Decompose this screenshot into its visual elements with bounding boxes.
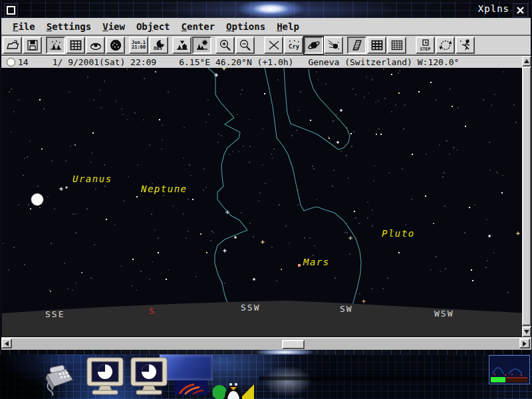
grid-coarse-button[interactable] bbox=[367, 37, 386, 54]
horizontal-scroll-thumb[interactable] bbox=[282, 340, 305, 349]
globe-view-button[interactable] bbox=[106, 37, 125, 54]
tux-icon[interactable] bbox=[213, 380, 254, 399]
time-step-button[interactable]: STEP bbox=[416, 37, 435, 54]
horizontal-scrollbar[interactable] bbox=[1, 337, 531, 350]
faint-star bbox=[352, 146, 352, 147]
menu-item-center[interactable]: Center bbox=[182, 21, 215, 32]
save-button[interactable] bbox=[23, 37, 42, 54]
menu-item-options[interactable]: Options bbox=[226, 21, 265, 32]
close-button[interactable] bbox=[513, 3, 528, 17]
faint-star bbox=[96, 189, 96, 190]
faint-star bbox=[487, 261, 488, 261]
faint-star bbox=[486, 267, 487, 268]
realtime-run-button[interactable] bbox=[456, 37, 475, 54]
faint-star bbox=[353, 89, 354, 90]
faint-star bbox=[259, 201, 259, 201]
claw-window-icon[interactable] bbox=[174, 380, 207, 398]
faint-star bbox=[503, 72, 504, 72]
vertical-scroll-thumb[interactable] bbox=[522, 66, 531, 326]
desktop bbox=[0, 354, 532, 399]
faint-star bbox=[317, 72, 317, 72]
faint-star bbox=[347, 233, 348, 233]
constellation-boundary-line-3 bbox=[284, 68, 350, 150]
faint-star bbox=[168, 92, 169, 92]
faint-star bbox=[364, 97, 365, 98]
faint-star bbox=[155, 71, 156, 72]
sky-map[interactable]: SSESSSWSWWSWUranusNeptunePlutoMars bbox=[2, 68, 522, 336]
bright-star bbox=[166, 279, 167, 280]
cross-marker-button[interactable] bbox=[264, 37, 283, 54]
svg-text:STEP: STEP bbox=[420, 47, 430, 52]
phone-icon[interactable] bbox=[42, 360, 78, 399]
faint-star bbox=[388, 278, 388, 279]
faint-star bbox=[497, 173, 498, 174]
observer-button[interactable]: OBS bbox=[149, 37, 168, 54]
bright-star bbox=[430, 82, 432, 83]
monitor-icon-2[interactable] bbox=[128, 356, 170, 399]
cycle-button[interactable] bbox=[436, 37, 455, 54]
bright-star bbox=[200, 233, 201, 235]
faint-star bbox=[91, 278, 92, 279]
planets-button[interactable] bbox=[304, 37, 323, 54]
zoom-out-button[interactable] bbox=[235, 37, 255, 54]
status-coordinates: 6.15°E 46.20°N (+1.0h) bbox=[179, 57, 293, 67]
scroll-right-button[interactable] bbox=[519, 338, 530, 348]
system-monitor-widget[interactable] bbox=[489, 355, 530, 387]
mars-dot[interactable] bbox=[298, 264, 301, 267]
landscape-sun-button[interactable] bbox=[192, 37, 211, 54]
bright-star bbox=[206, 252, 207, 253]
faint-star bbox=[188, 231, 189, 232]
faint-star bbox=[38, 186, 39, 187]
faint-star bbox=[173, 206, 174, 207]
scroll-down-button[interactable] bbox=[522, 327, 531, 337]
faint-star bbox=[219, 134, 219, 135]
faint-star bbox=[144, 78, 145, 79]
window-menu-button[interactable] bbox=[4, 3, 18, 17]
planet-label-neptune[interactable]: Neptune bbox=[140, 184, 188, 194]
grid-fine-button[interactable] bbox=[387, 37, 406, 54]
faint-star bbox=[458, 150, 458, 151]
faint-star bbox=[372, 226, 373, 227]
landscape-down-button[interactable] bbox=[172, 37, 192, 54]
globe-view-icon bbox=[108, 39, 123, 52]
faint-star bbox=[55, 209, 55, 209]
menu-bar: FileSettingsViewObjectCenterOptionsHelp bbox=[1, 18, 531, 36]
datetime-button[interactable]: Jun.121:00 bbox=[129, 37, 148, 54]
bright-star bbox=[517, 233, 519, 234]
bright-star bbox=[262, 241, 263, 243]
sky-view-button[interactable] bbox=[46, 37, 65, 54]
bright-star bbox=[501, 192, 503, 194]
menu-item-file[interactable]: File bbox=[13, 21, 35, 32]
faint-star bbox=[104, 165, 105, 166]
faint-star bbox=[317, 200, 317, 200]
comets-button[interactable] bbox=[324, 37, 343, 54]
faint-star bbox=[168, 270, 169, 271]
planet-label-mars[interactable]: Mars bbox=[303, 257, 330, 267]
down-arrow-icon bbox=[524, 330, 529, 334]
open-button[interactable] bbox=[3, 37, 22, 54]
planet-label-pluto[interactable]: Pluto bbox=[382, 228, 415, 239]
constellation-names-button[interactable]: Cry bbox=[284, 37, 303, 54]
moon[interactable] bbox=[31, 194, 43, 205]
faint-star bbox=[260, 193, 261, 194]
faint-star bbox=[203, 190, 204, 191]
faint-star bbox=[348, 178, 349, 179]
planet-label-uranus[interactable]: Uranus bbox=[72, 174, 112, 184]
left-arrow-icon bbox=[5, 341, 9, 346]
menu-item-help[interactable]: Help bbox=[277, 21, 299, 32]
uranus-dot[interactable] bbox=[65, 186, 68, 189]
menu-item-settings[interactable]: Settings bbox=[47, 21, 91, 32]
faint-star bbox=[249, 162, 250, 163]
dome-view-button[interactable] bbox=[86, 37, 105, 54]
chart-view-button[interactable] bbox=[66, 37, 85, 54]
zoom-in-button[interactable] bbox=[215, 37, 235, 54]
scroll-up-button[interactable] bbox=[522, 56, 531, 66]
monitor-icon[interactable] bbox=[84, 356, 126, 399]
menu-item-object[interactable]: Object bbox=[136, 21, 170, 32]
scroll-left-button[interactable] bbox=[1, 338, 12, 348]
pluto-cross[interactable] bbox=[348, 236, 352, 240]
title-bar[interactable]: Xplns bbox=[1, 1, 531, 18]
milky-way-button[interactable] bbox=[347, 37, 366, 54]
menu-item-view[interactable]: View bbox=[102, 21, 125, 32]
neptune-dot[interactable] bbox=[136, 196, 138, 198]
